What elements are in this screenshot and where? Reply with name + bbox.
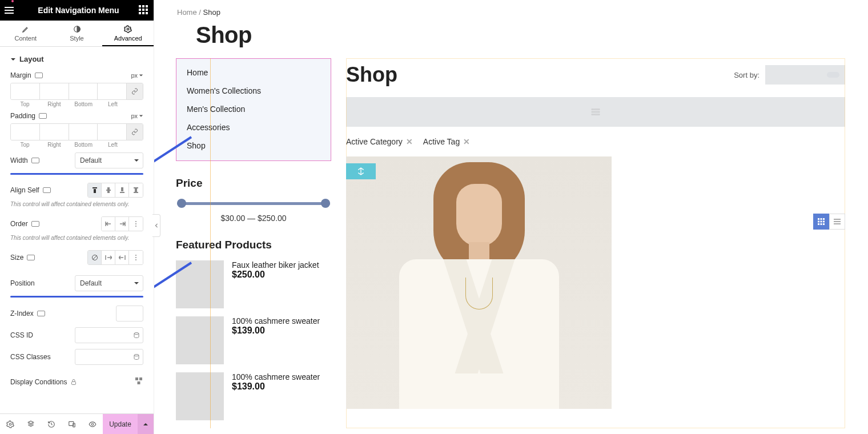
width-select[interactable]: Default [75,152,143,168]
history-button[interactable] [41,414,62,434]
align-self-buttons [87,183,143,198]
responsive-icon[interactable] [27,255,35,260]
size-shrink-button[interactable] [115,251,129,264]
list-view-button[interactable] [829,214,845,230]
align-center-button[interactable] [102,183,115,197]
placeholder-bar [346,97,845,127]
padding-left-input[interactable] [98,124,127,140]
featured-item[interactable]: 100% cashmere sweater $139.00 [176,316,331,364]
dynamic-icon[interactable] [133,353,140,360]
price-thumb-max[interactable] [321,199,330,208]
panel-tabs: Content Style Advanced [0,21,154,47]
product-image[interactable] [346,156,612,409]
padding-unit[interactable]: px [131,112,143,119]
svg-point-27 [91,423,94,425]
dynamic-icon[interactable] [133,332,140,339]
active-category-chip[interactable]: Active Category✕ [346,137,413,146]
padding-right-input[interactable] [40,124,69,140]
grid-view-button[interactable] [813,214,829,230]
margin-right-input[interactable] [40,83,69,99]
responsive-icon[interactable] [31,221,39,227]
panel-title: Edit Navigation Menu [38,6,119,15]
remove-filter-icon[interactable]: ✕ [463,137,470,146]
nav-item[interactable]: Women's Collections [183,82,324,100]
chevron-down-icon [134,280,139,286]
settings-button[interactable] [0,414,21,434]
control-width: Width Default [10,148,143,170]
size-more-button[interactable] [129,251,143,264]
responsive-icon[interactable] [43,187,51,193]
tab-style[interactable]: Style [51,21,103,46]
update-options-button[interactable] [138,414,154,434]
margin-bottom-input[interactable] [69,83,98,99]
position-select[interactable]: Default [75,275,143,291]
svg-rect-38 [821,221,822,223]
control-position: Position Default [10,266,143,292]
tab-advanced[interactable]: Advanced [102,21,154,46]
active-filters: Active Category✕ Active Tag✕ [346,137,845,146]
navigation-menu-widget[interactable]: Home Women's Collections Men's Collectio… [176,58,331,161]
margin-top-input[interactable] [11,83,40,99]
responsive-icon[interactable] [37,311,45,316]
margin-unit[interactable]: px [131,72,143,79]
contrast-icon [73,25,81,33]
link-values-button[interactable] [127,124,143,140]
responsive-icon[interactable] [31,158,39,163]
price-slider[interactable] [177,199,330,208]
featured-item[interactable]: 100% cashmere sweater $139.00 [176,372,331,420]
svg-rect-41 [821,223,822,225]
size-none-button[interactable] [88,251,102,264]
svg-rect-42 [823,223,825,225]
svg-rect-34 [818,218,819,220]
control-align-self: Align Self [10,175,143,199]
navigator-button[interactable] [21,414,41,434]
display-conditions-button[interactable] [134,376,143,387]
update-button[interactable]: Update [103,414,138,434]
nav-item[interactable]: Home [183,63,324,82]
chevron-down-icon [134,158,139,163]
menu-icon[interactable] [5,3,18,17]
svg-point-11 [135,221,136,222]
preview-button[interactable] [82,414,103,434]
breadcrumb-home[interactable]: Home [177,8,197,17]
product-price: $139.00 [232,381,320,392]
nav-item[interactable]: Shop [183,136,324,155]
svg-point-16 [135,257,136,258]
gear-icon [124,25,132,33]
remove-filter-icon[interactable]: ✕ [406,137,413,146]
nav-item[interactable]: Accessories [183,118,324,136]
svg-point-15 [135,255,136,256]
collapse-panel-button[interactable] [152,214,160,237]
apps-grid-icon[interactable] [139,5,149,15]
svg-rect-33 [594,114,600,115]
order-more-button[interactable] [129,217,143,231]
padding-top-input[interactable] [11,124,40,140]
svg-rect-10 [134,192,138,193]
svg-rect-35 [821,218,822,220]
featured-item[interactable]: Faux leather biker jacket $250.00 [176,260,331,308]
panel-header: Edit Navigation Menu [0,0,154,21]
nav-item[interactable]: Men's Collection [183,100,324,118]
size-grow-button[interactable] [102,251,115,264]
svg-rect-20 [72,381,76,384]
section-layout[interactable]: Layout [10,47,143,67]
align-end-button[interactable] [115,183,129,197]
sort-select-placeholder[interactable] [765,65,845,85]
margin-left-input[interactable] [98,83,127,99]
product-name: 100% cashmere sweater [232,316,320,326]
preview-canvas: Home / Shop Shop Home Women's Collection… [154,0,868,434]
align-start-button[interactable] [88,183,102,197]
link-values-button[interactable] [127,83,143,99]
responsive-icon[interactable] [35,73,43,78]
order-first-button[interactable] [102,217,115,231]
active-tag-chip[interactable]: Active Tag✕ [423,137,470,146]
svg-rect-30 [592,111,593,112]
responsive-button[interactable] [62,414,82,434]
tab-content[interactable]: Content [0,21,51,46]
order-last-button[interactable] [115,217,129,231]
price-thumb-min[interactable] [177,199,186,208]
padding-bottom-input[interactable] [69,124,98,140]
zindex-input[interactable] [116,306,143,322]
align-stretch-button[interactable] [129,183,143,197]
responsive-icon[interactable] [39,113,47,119]
